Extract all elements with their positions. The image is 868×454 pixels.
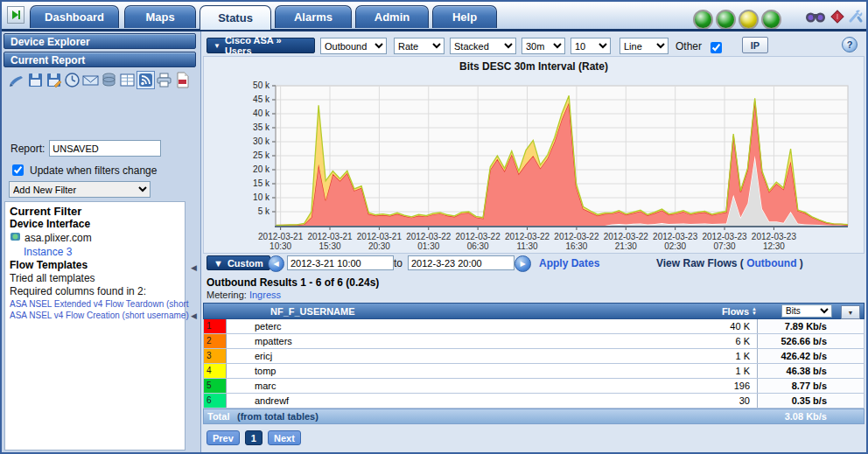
custom-range-menu[interactable]: ▼ Custom <box>206 255 270 270</box>
tools-icon[interactable] <box>848 9 864 26</box>
add-new-filter-select[interactable]: Add New Filter <box>9 181 150 198</box>
svg-text:20 k: 20 k <box>253 164 270 174</box>
table-row[interactable]: 6andrewf300.35 b/s <box>203 394 864 409</box>
report-type-menu[interactable]: ▼ Cisco ASA » Users <box>206 38 315 53</box>
template-link-1[interactable]: ASA NSEL Extended v4 Flow Teardown (shor… <box>10 298 185 310</box>
alarm-diamond-icon[interactable] <box>830 10 844 26</box>
status-orb-4[interactable] <box>761 10 781 30</box>
flows-column-header[interactable]: Flows ▲▼ <box>652 306 757 317</box>
main-panel: ▼ Cisco ASA » Users Outbound Rate Stacke… <box>201 31 866 452</box>
edit-report-icon[interactable] <box>9 72 25 88</box>
svg-text:15 k: 15 k <box>253 178 270 188</box>
chevron-down-icon: ▼ <box>214 42 220 50</box>
date-range-bar: ▼ Custom ◀ to ▶ Apply Dates View Raw Flo… <box>201 255 866 275</box>
table-row[interactable]: 5marc1968.77 b/s <box>203 379 864 394</box>
direction-select[interactable]: Outbound <box>320 38 387 54</box>
current-filter-title: Current Filter <box>10 205 185 218</box>
ip-dns-toggle-button[interactable]: IP <box>742 37 768 53</box>
metering-ingress-link[interactable]: Ingress <box>249 290 281 300</box>
svg-text:20:30: 20:30 <box>368 241 390 249</box>
next-page-button[interactable]: Next <box>268 430 301 445</box>
binoculars-icon[interactable] <box>805 9 826 26</box>
graph-type-select[interactable]: Line <box>620 38 668 54</box>
svg-text:12:30: 12:30 <box>763 241 785 249</box>
instance-link[interactable]: Instance 3 <box>10 246 185 259</box>
csv-export-icon[interactable] <box>119 72 136 88</box>
update-filters-checkbox[interactable] <box>12 164 24 176</box>
flows-cell: 196 <box>652 381 757 391</box>
style-select[interactable]: Stacked <box>450 38 516 54</box>
svg-text:2012-03-21: 2012-03-21 <box>307 232 353 241</box>
total-note: (from total tables) <box>230 411 757 422</box>
bits-cell: 7.89 Kb/s <box>757 319 864 333</box>
update-filters-label: Update when filters change <box>30 164 157 177</box>
device-name-link[interactable]: asa.plixer.com <box>24 232 92 245</box>
shift-range-forward-button[interactable]: ▶ <box>514 255 531 272</box>
svg-text:40 k: 40 k <box>253 108 270 118</box>
sidebar-section-current-report[interactable]: Current Report <box>4 52 196 67</box>
measure-select[interactable]: Rate <box>394 38 444 54</box>
flows-cell: 40 K <box>652 321 757 332</box>
rows-select[interactable]: 10 <box>570 38 611 54</box>
results-summary: Outbound Results 1 - 6 of 6 (0.24s) <box>206 276 379 289</box>
svg-text:50 k: 50 k <box>253 80 270 90</box>
tab-help[interactable]: Help <box>432 5 497 28</box>
prev-page-button[interactable]: Prev <box>206 430 240 445</box>
tab-maps[interactable]: Maps <box>124 5 196 28</box>
rank-swatch: 1 <box>204 319 227 333</box>
date-from-input[interactable] <box>287 255 394 270</box>
table-row[interactable]: 2mpatters6 K526.66 b/s <box>203 334 864 349</box>
table-row[interactable]: 3ericj1 K426.42 b/s <box>203 349 864 364</box>
print-icon[interactable] <box>156 72 172 88</box>
table-row[interactable]: 1peterc40 K7.89 Kb/s <box>203 319 864 334</box>
schedule-clock-icon[interactable] <box>64 72 80 88</box>
sidebar-section-device-explorer[interactable]: Device Explorer <box>4 33 196 49</box>
tab-admin[interactable]: Admin <box>355 5 429 28</box>
report-name-input[interactable] <box>49 140 161 157</box>
email-report-icon[interactable] <box>82 72 99 88</box>
status-orb-1[interactable] <box>693 10 713 30</box>
tab-alarms[interactable]: Alarms <box>275 5 352 28</box>
view-raw-outbound-link[interactable]: Outbound <box>746 257 796 269</box>
chart-panel: Bits DESC 30m Interval (Rate) 2012-03-21… <box>203 56 864 254</box>
sidebar-collapse-handle[interactable]: ◀ <box>191 263 197 272</box>
status-orb-3[interactable] <box>738 10 759 30</box>
apply-dates-link[interactable]: Apply Dates <box>539 257 599 269</box>
pdf-export-icon[interactable] <box>174 72 191 88</box>
username-column-header[interactable]: NF_F_USERNAME <box>204 306 652 317</box>
status-orb-2[interactable] <box>716 10 736 30</box>
date-to-input[interactable] <box>408 255 514 270</box>
other-checkbox[interactable] <box>710 42 722 53</box>
svg-text:35 k: 35 k <box>253 122 270 132</box>
rank-swatch: 2 <box>204 334 227 348</box>
help-icon[interactable]: ? <box>842 37 858 52</box>
tab-dashboard[interactable]: Dashboard <box>30 5 119 28</box>
template-link-2[interactable]: ASA NSEL v4 Flow Creation (short usernam… <box>10 310 185 321</box>
column-options-button[interactable]: ▼ <box>841 305 860 319</box>
current-page-button[interactable]: 1 <box>245 430 262 445</box>
svg-text:2012-03-22: 2012-03-22 <box>406 232 452 241</box>
username-cell: mpatters <box>227 336 652 346</box>
username-cell: andrewf <box>227 395 652 406</box>
flows-cell: 6 K <box>652 336 757 346</box>
bits-unit-select[interactable]: Bits <box>781 304 832 318</box>
shift-range-back-button[interactable]: ◀ <box>268 255 284 272</box>
svg-text:2012-03-22: 2012-03-22 <box>554 232 599 241</box>
database-icon[interactable] <box>101 72 117 88</box>
tab-status[interactable]: Status <box>200 5 271 30</box>
total-bits: 3.08 Kb/s <box>757 411 864 422</box>
svg-text:2012-03-21: 2012-03-21 <box>258 232 304 241</box>
svg-text:2012-03-23: 2012-03-23 <box>752 232 797 241</box>
sidebar-collapse-handle[interactable]: ◀ <box>191 311 197 320</box>
flow-templates-label: Flow Templates <box>10 259 185 272</box>
rank-swatch: 3 <box>204 349 227 363</box>
table-row[interactable]: 4tomp1 K46.38 b/s <box>203 364 864 379</box>
interval-select[interactable]: 30m <box>522 38 565 54</box>
expand-panel-icon[interactable] <box>7 6 24 24</box>
save-as-report-icon[interactable] <box>46 72 62 88</box>
save-report-icon[interactable] <box>27 72 44 88</box>
chart-svg: 2012-03-2110:302012-03-2115:302012-03-21… <box>206 73 862 249</box>
rank-swatch: 4 <box>204 364 227 378</box>
report-toolbar <box>9 72 191 88</box>
rss-feed-icon[interactable] <box>137 72 154 88</box>
